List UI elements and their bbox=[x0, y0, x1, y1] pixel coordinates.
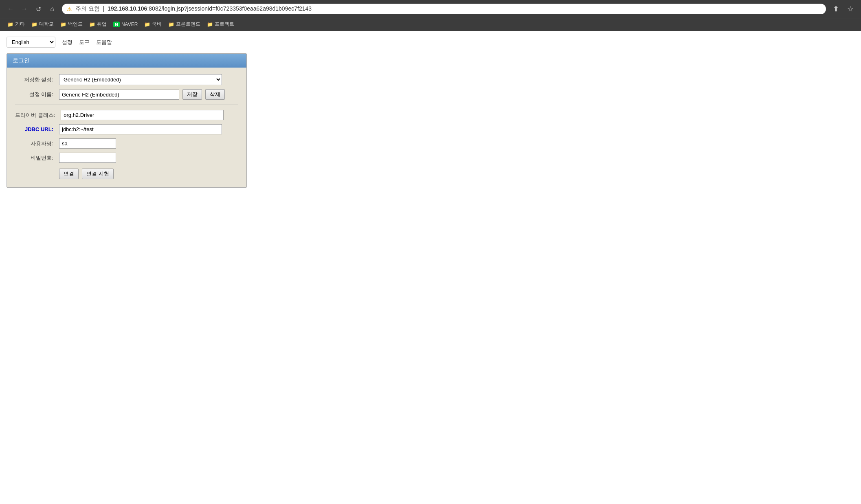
bookmark-label: 대학교 bbox=[39, 21, 54, 28]
top-nav: English Korean Japanese Chinese 설정 도구 도움… bbox=[7, 37, 854, 48]
bookmark-국비[interactable]: 📁 국비 bbox=[142, 20, 164, 28]
bookmark-button[interactable]: ☆ bbox=[845, 3, 856, 15]
password-label: 비밀번호: bbox=[15, 154, 56, 162]
bookmark-label: 기타 bbox=[15, 21, 25, 28]
address-text: 주의 요함 | 192.168.10.106:8082/login.jsp?js… bbox=[75, 5, 821, 13]
tools-link[interactable]: 도구 bbox=[79, 39, 90, 46]
driver-class-input[interactable] bbox=[61, 110, 224, 120]
bookmark-label: 프론트엔드 bbox=[176, 21, 200, 28]
jdbc-url-row: JDBC URL: bbox=[15, 124, 238, 134]
password-input[interactable] bbox=[59, 153, 116, 163]
saved-settings-label: 저장한 설정: bbox=[15, 76, 56, 83]
bookmark-백엔드[interactable]: 📁 백엔드 bbox=[58, 20, 85, 28]
test-connect-button[interactable]: 연결 시험 bbox=[82, 169, 114, 179]
username-row: 사용자명: bbox=[15, 138, 238, 149]
username-input[interactable] bbox=[59, 138, 116, 149]
settings-name-label: 설정 이름: bbox=[15, 91, 56, 98]
driver-class-label: 드라이버 클래스: bbox=[15, 112, 57, 119]
bookmark-프로젝트[interactable]: 📁 프로젝트 bbox=[204, 20, 237, 28]
bookmark-label: 백엔드 bbox=[68, 21, 83, 28]
naver-icon: N bbox=[113, 22, 120, 27]
address-bar[interactable]: ⚠ 주의 요함 | 192.168.10.106:8082/login.jsp?… bbox=[62, 4, 826, 14]
bookmark-취업[interactable]: 📁 취업 bbox=[87, 20, 109, 28]
page-content: English Korean Japanese Chinese 설정 도구 도움… bbox=[0, 31, 861, 502]
folder-icon: 📁 bbox=[60, 22, 66, 27]
bookmarks-bar: 📁 기타 📁 대학교 📁 백엔드 📁 취업 N NAVER 📁 국비 📁 프론트… bbox=[0, 18, 861, 31]
warning-label: 주의 요함 bbox=[75, 5, 100, 12]
folder-icon: 📁 bbox=[7, 22, 13, 27]
login-panel-header: 로그인 bbox=[7, 54, 246, 68]
reload-button[interactable]: ↺ bbox=[33, 3, 44, 15]
share-button[interactable]: ⬆ bbox=[830, 3, 841, 15]
address-path: :8082/login.jsp?jsessionid=f0c723353f0ea… bbox=[147, 5, 312, 12]
bookmark-대학교[interactable]: 📁 대학교 bbox=[29, 20, 56, 28]
driver-class-row: 드라이버 클래스: bbox=[15, 110, 238, 120]
back-button[interactable]: ← bbox=[5, 3, 16, 15]
save-button[interactable]: 저장 bbox=[182, 89, 202, 100]
saved-settings-row: 저장한 설정: Generic H2 (Embedded) bbox=[15, 74, 238, 85]
login-panel: 로그인 저장한 설정: Generic H2 (Embedded) 설정 이름:… bbox=[7, 53, 247, 188]
bookmark-naver[interactable]: N NAVER bbox=[111, 21, 140, 28]
bookmark-기타[interactable]: 📁 기타 bbox=[5, 20, 27, 28]
bookmark-label: 국비 bbox=[152, 21, 162, 28]
saved-settings-select[interactable]: Generic H2 (Embedded) bbox=[59, 74, 222, 85]
settings-name-input[interactable] bbox=[59, 90, 179, 100]
help-link[interactable]: 도움말 bbox=[96, 39, 112, 46]
settings-link[interactable]: 설정 bbox=[62, 39, 72, 46]
browser-chrome: ← → ↺ ⌂ ⚠ 주의 요함 | 192.168.10.106:8082/lo… bbox=[0, 0, 861, 18]
username-label: 사용자명: bbox=[15, 140, 56, 147]
browser-actions: ⬆ ☆ bbox=[830, 3, 856, 15]
bookmark-프론트엔드[interactable]: 📁 프론트엔드 bbox=[166, 20, 203, 28]
folder-icon: 📁 bbox=[168, 22, 174, 27]
nav-buttons: ← → ↺ ⌂ bbox=[5, 3, 58, 15]
folder-icon: 📁 bbox=[144, 22, 150, 27]
folder-icon: 📁 bbox=[31, 22, 37, 27]
login-panel-body: 저장한 설정: Generic H2 (Embedded) 설정 이름: 저장 … bbox=[7, 68, 246, 187]
forward-button[interactable]: → bbox=[19, 3, 30, 15]
folder-icon: 📁 bbox=[207, 22, 213, 27]
connect-button[interactable]: 연결 bbox=[59, 169, 79, 179]
bookmark-label: NAVER bbox=[121, 22, 138, 27]
settings-name-row: 설정 이름: 저장 삭제 bbox=[15, 89, 238, 100]
bookmark-label: 프로젝트 bbox=[215, 21, 234, 28]
folder-icon: 📁 bbox=[89, 22, 95, 27]
bookmark-label: 취업 bbox=[97, 21, 107, 28]
connect-row: 연결 연결 시험 bbox=[15, 169, 238, 179]
login-title: 로그인 bbox=[13, 57, 30, 64]
divider bbox=[15, 105, 238, 105]
jdbc-url-label: JDBC URL: bbox=[15, 126, 56, 132]
address-host: 192.168.10.106 bbox=[108, 5, 147, 12]
password-row: 비밀번호: bbox=[15, 153, 238, 163]
jdbc-url-input[interactable] bbox=[59, 124, 222, 134]
language-select[interactable]: English Korean Japanese Chinese bbox=[7, 37, 55, 48]
home-button[interactable]: ⌂ bbox=[46, 3, 58, 15]
warning-icon: ⚠ bbox=[67, 6, 72, 12]
delete-button[interactable]: 삭제 bbox=[205, 89, 225, 100]
